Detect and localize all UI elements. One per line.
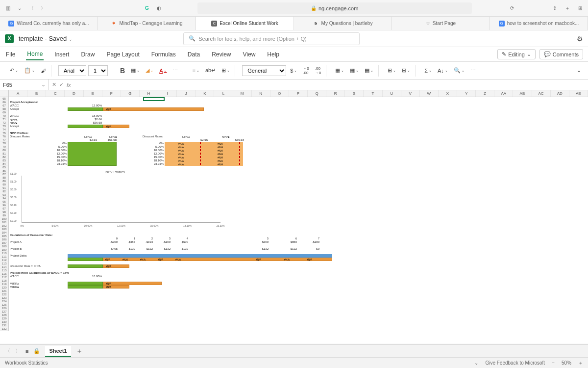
accept-formula-icon[interactable]: ✓ xyxy=(59,81,64,88)
row-header[interactable]: 95 xyxy=(0,200,8,204)
row-header[interactable]: 113 xyxy=(0,262,8,265)
format-table-button[interactable]: ▦⌄ xyxy=(348,66,361,75)
column-header[interactable]: V xyxy=(401,90,420,97)
fill-color-button[interactable]: ◢⌄ xyxy=(144,66,155,75)
sheet-tab-1[interactable]: Sheet1 xyxy=(45,346,71,357)
row-header[interactable]: 92 xyxy=(0,190,8,193)
url-bar[interactable]: 🔒 ng.cengage.com xyxy=(197,2,472,14)
column-header[interactable]: P xyxy=(289,90,308,97)
reload-icon[interactable]: ⟳ xyxy=(508,4,516,12)
font-size-select[interactable]: 10 xyxy=(88,65,108,76)
row-header[interactable]: 103 xyxy=(0,228,8,231)
feedback-link[interactable]: Give Feedback to Microsoft xyxy=(485,360,545,366)
row-header[interactable]: 111 xyxy=(0,255,8,259)
spreadsheet-grid[interactable]: 6566676869707172737475767778798081828384… xyxy=(0,97,588,343)
insert-cells-button[interactable]: ⊞⌄ xyxy=(386,66,398,75)
column-header[interactable]: AC xyxy=(532,90,551,97)
row-header[interactable]: 104 xyxy=(0,231,8,235)
row-header[interactable]: 86 xyxy=(0,169,8,173)
font-color-button[interactable]: A⌄ xyxy=(157,67,169,75)
sidebar-icon[interactable]: ▥ xyxy=(4,4,12,12)
row-header[interactable]: 106 xyxy=(0,238,8,241)
format-painter-button[interactable]: 🖌 xyxy=(39,67,48,75)
conditional-format-button[interactable]: ▦⌄ xyxy=(333,66,346,75)
currency-button[interactable]: $⌄ xyxy=(288,67,299,75)
collapse-ribbon-icon[interactable]: ⌄ xyxy=(575,66,583,75)
row-header[interactable]: 120 xyxy=(0,286,8,289)
undo-button[interactable]: ↶⌄ xyxy=(8,66,20,75)
menu-page-layout[interactable]: Page Layout xyxy=(105,49,140,60)
row-header[interactable]: 97 xyxy=(0,207,8,210)
editing-mode-button[interactable]: ✎Editing⌄ xyxy=(497,49,536,59)
column-header[interactable]: H xyxy=(140,90,158,97)
menu-insert[interactable]: Insert xyxy=(53,49,70,60)
column-header[interactable]: W xyxy=(420,90,439,97)
column-header[interactable]: B xyxy=(27,90,46,97)
menu-review[interactable]: Review xyxy=(211,49,232,60)
row-header[interactable]: 80 xyxy=(0,149,8,152)
column-header[interactable]: J xyxy=(177,90,196,97)
wrap-text-button[interactable]: ab↵ xyxy=(203,66,218,75)
menu-help[interactable]: Help xyxy=(266,49,280,60)
row-header[interactable]: 131 xyxy=(0,324,8,327)
more-ribbon-button[interactable]: ⋯ xyxy=(468,66,478,75)
column-header[interactable]: L xyxy=(214,90,233,97)
share-icon[interactable]: ⇪ xyxy=(551,4,559,12)
fx-icon[interactable]: fx xyxy=(67,82,71,88)
workbook-stats-button[interactable]: Workbook Statistics xyxy=(5,360,48,366)
menu-data[interactable]: Data xyxy=(187,49,201,60)
column-header[interactable]: N xyxy=(252,90,270,97)
row-header[interactable]: 107 xyxy=(0,241,8,245)
row-header[interactable]: 132 xyxy=(0,327,8,331)
row-header[interactable]: 89 xyxy=(0,180,8,183)
row-header[interactable]: 123 xyxy=(0,296,8,300)
browser-tab-4[interactable]: ☆Start Page xyxy=(392,17,490,30)
row-header[interactable]: 65 xyxy=(0,97,8,101)
row-header[interactable]: 112 xyxy=(0,259,8,262)
column-header[interactable]: E xyxy=(84,90,102,97)
browser-tab-3[interactable]: bMy Questions | bartleby xyxy=(294,17,392,30)
row-header[interactable]: 81 xyxy=(0,152,8,156)
paste-button[interactable]: 📋⌄ xyxy=(22,66,37,75)
column-header[interactable]: T xyxy=(364,90,382,97)
column-header[interactable]: R xyxy=(326,90,345,97)
row-header[interactable]: 71 xyxy=(0,118,8,121)
row-header[interactable]: 88 xyxy=(0,176,8,180)
row-header[interactable]: 68 xyxy=(0,107,8,111)
row-header[interactable]: 99 xyxy=(0,214,8,217)
autosum-button[interactable]: Σ⌄ xyxy=(422,67,434,75)
row-header[interactable]: 105 xyxy=(0,235,8,238)
sort-filter-button[interactable]: A↓⌄ xyxy=(436,67,450,75)
status-dropdown-icon[interactable]: ⌄ xyxy=(474,360,478,366)
prev-sheet-icon[interactable]: 〈 xyxy=(5,347,10,355)
row-header[interactable]: 72 xyxy=(0,121,8,125)
column-header[interactable]: F xyxy=(102,90,121,97)
row-header[interactable]: 110 xyxy=(0,252,8,255)
name-box[interactable]: F65⌄ xyxy=(0,79,49,90)
tabs-overview-icon[interactable]: ⊞ xyxy=(576,4,584,12)
row-header[interactable]: 84 xyxy=(0,162,8,166)
row-header[interactable]: 76 xyxy=(0,135,8,138)
row-header[interactable]: 114 xyxy=(0,265,8,269)
decrease-decimal-button[interactable]: ←0.00 xyxy=(301,65,311,76)
shield-icon[interactable]: ◐ xyxy=(155,4,163,12)
column-header[interactable]: S xyxy=(345,90,364,97)
next-sheet-icon[interactable]: 〉 xyxy=(15,347,21,355)
selected-cell[interactable] xyxy=(143,97,165,101)
row-header[interactable]: 82 xyxy=(0,156,8,159)
menu-home[interactable]: Home xyxy=(26,49,44,60)
row-header[interactable]: 115 xyxy=(0,269,8,272)
row-header[interactable]: 96 xyxy=(0,204,8,207)
dropdown-icon[interactable]: ⌄ xyxy=(16,4,24,12)
increase-decimal-button[interactable]: .00→0 xyxy=(313,65,323,76)
delete-cells-button[interactable]: ⊟⌄ xyxy=(400,66,412,75)
browser-tab-0[interactable]: GWizard Co. currently has only a... xyxy=(0,17,98,30)
menu-formulas[interactable]: Formulas xyxy=(150,49,177,60)
forward-icon[interactable]: 〉 xyxy=(39,4,47,12)
column-header[interactable]: AE xyxy=(569,90,588,97)
browser-tab-1[interactable]: ✱MindTap - Cengage Learning xyxy=(98,17,196,30)
document-title[interactable]: template - Saved ⌄ xyxy=(19,35,73,42)
row-header[interactable]: 129 xyxy=(0,317,8,320)
grammarly-icon[interactable]: G xyxy=(143,4,151,12)
row-header[interactable]: 118 xyxy=(0,279,8,283)
